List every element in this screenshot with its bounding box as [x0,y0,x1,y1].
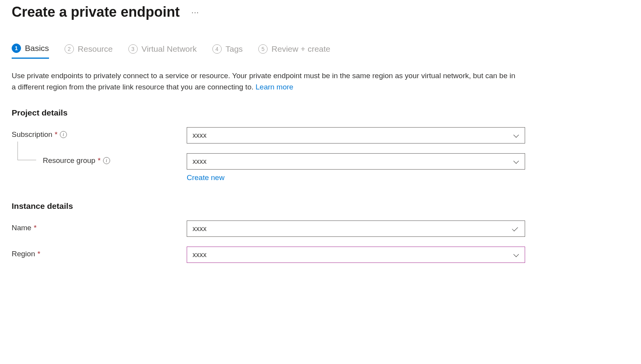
resource-group-select[interactable]: xxxx [187,153,525,170]
tab-number: 5 [258,44,268,54]
chevron-down-icon [513,132,519,138]
field-label: Resource group * i [12,153,187,165]
label-text: Resource group [43,156,95,165]
tab-number: 3 [128,44,138,54]
tab-label: Basics [25,44,49,53]
tab-number: 2 [65,44,74,54]
label-text: Subscription [12,130,53,139]
page-title: Create a private endpoint [12,4,180,20]
field-input-col: xxxx [187,127,525,144]
tab-number: 4 [212,44,222,54]
create-new-link[interactable]: Create new [187,173,224,182]
chevron-down-icon [513,158,519,164]
page-header: Create a private endpoint ··· [12,4,625,20]
required-indicator: * [55,130,58,139]
field-row-resource-group: Resource group * i xxxx Create new [12,153,625,182]
tab-resource[interactable]: 2 Resource [65,44,113,59]
region-select[interactable]: xxxx [187,247,525,263]
field-row-region: Region * xxxx [12,247,625,263]
field-label: Region * [12,247,187,258]
field-input-col: xxxx [187,220,525,237]
tab-basics[interactable]: 1 Basics [12,44,49,59]
field-label: Subscription * i [12,127,187,139]
learn-more-link[interactable]: Learn more [256,83,293,91]
tab-label: Resource [78,44,113,54]
field-row-subscription: Subscription * i xxxx [12,127,625,144]
select-value: xxxx [193,158,513,166]
info-icon[interactable]: i [60,131,67,138]
required-indicator: * [37,250,40,258]
select-value: xxxx [193,251,513,259]
tab-review-create[interactable]: 5 Review + create [258,44,330,59]
required-indicator: * [98,156,100,165]
field-input-col: xxxx [187,247,525,263]
field-row-name: Name * xxxx [12,220,625,237]
name-input[interactable]: xxxx [187,220,525,237]
more-actions-icon[interactable]: ··· [191,8,199,17]
required-indicator: * [34,224,37,232]
label-text: Region [12,250,35,258]
wizard-tabs: 1 Basics 2 Resource 3 Virtual Network 4 … [12,44,625,59]
input-value: xxxx [193,225,511,233]
indent-line [18,142,36,160]
tab-label: Tags [226,44,243,54]
select-value: xxxx [193,131,513,140]
description-text: Use private endpoints to privately conne… [12,70,521,93]
field-input-col: xxxx Create new [187,153,525,182]
subscription-select[interactable]: xxxx [187,127,525,144]
label-text: Name [12,224,32,232]
chevron-down-icon [513,252,519,258]
tab-label: Review + create [271,44,330,54]
info-icon[interactable]: i [103,157,110,164]
tab-label: Virtual Network [142,44,197,54]
section-project-details-title: Project details [12,108,625,117]
tab-tags[interactable]: 4 Tags [212,44,243,59]
tab-virtual-network[interactable]: 3 Virtual Network [128,44,197,59]
tab-number: 1 [12,44,21,53]
checkmark-icon [511,225,519,233]
field-label: Name * [12,220,187,232]
section-instance-details-title: Instance details [12,201,625,211]
